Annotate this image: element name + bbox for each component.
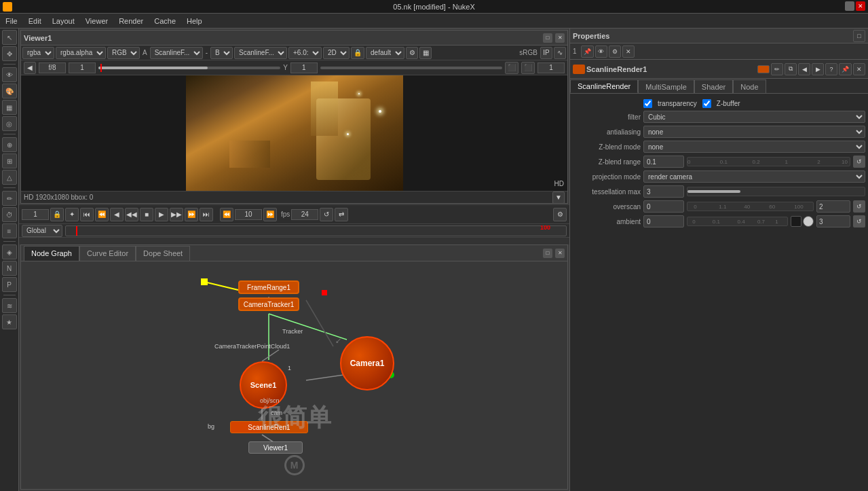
step-forward-button[interactable]: ▶▶ — [170, 208, 183, 221]
next-keyframe-button[interactable]: ⏩ — [185, 208, 198, 221]
first-frame-button[interactable]: ⏮ — [80, 208, 94, 221]
scanline-nav2-btn[interactable]: ▶ — [812, 63, 824, 75]
frame-number[interactable] — [69, 62, 96, 73]
prev-frame-button[interactable]: ◀ — [24, 62, 36, 74]
stop-button[interactable]: ■ — [140, 208, 153, 221]
antialiasing-select[interactable]: none — [643, 126, 865, 138]
tool-other[interactable]: ◈ — [2, 244, 17, 259]
zblend-reset-button[interactable]: ↺ — [853, 156, 865, 168]
tessellation-input[interactable] — [643, 185, 684, 198]
props-settings-button[interactable]: ⚙ — [609, 46, 621, 58]
tessellation-slider[interactable] — [687, 187, 865, 196]
tool-color[interactable]: 🎨 — [2, 84, 17, 98]
view-mode-select[interactable]: 2D — [323, 47, 350, 59]
play-back-button[interactable]: ◀◀ — [125, 208, 138, 221]
tab-node-graph[interactable]: Node Graph — [24, 246, 79, 261]
filter-select[interactable]: Cubic — [643, 111, 865, 123]
loop-button[interactable]: ↺ — [320, 208, 333, 221]
overscan-reset-button[interactable]: ↺ — [853, 200, 865, 213]
tab-shader[interactable]: Shader — [694, 79, 733, 93]
menu-help[interactable]: Help — [181, 14, 208, 29]
props-eye-button[interactable]: 👁 — [595, 46, 607, 58]
exposure-select[interactable]: +6.0: — [288, 47, 322, 59]
node-viewer1[interactable]: Viewer1 — [248, 441, 303, 454]
tab-node[interactable]: Node — [733, 79, 766, 93]
tool-merge[interactable]: ⊕ — [2, 137, 17, 152]
tool-arrow[interactable]: ↖ — [2, 30, 17, 45]
menu-file[interactable]: File — [0, 14, 23, 29]
menu-viewer[interactable]: Viewer — [80, 14, 113, 29]
lut-select[interactable]: default — [366, 47, 404, 59]
tool-3d[interactable]: △ — [2, 170, 17, 185]
scanline-color-btn[interactable] — [757, 65, 770, 73]
input-b-select[interactable]: B — [210, 47, 233, 59]
fps-input[interactable] — [291, 209, 318, 220]
node-canvas[interactable]: FrameRange1 CameraTracker1 Tracker Camer… — [21, 261, 567, 489]
node-scanline-render[interactable]: ScanlineRen1 — [230, 421, 308, 433]
tool-viewer[interactable]: 👁 — [2, 67, 17, 82]
overscan-slider[interactable]: 0 1.1 40 60 100 — [687, 202, 814, 211]
proxy2-button[interactable]: ⬛ — [521, 62, 535, 74]
proxy-button[interactable]: ⬛ — [505, 62, 518, 74]
last-frame-button[interactable]: ⏭ — [200, 208, 213, 221]
tab-multisample[interactable]: MultiSample — [638, 79, 694, 93]
prev-keyframe-button[interactable]: ⏪ — [95, 208, 109, 221]
tool-move[interactable]: ✥ — [2, 46, 17, 61]
ip-button[interactable]: IP — [540, 47, 552, 59]
props-float-button[interactable]: □ — [853, 30, 865, 42]
node-framerange1[interactable]: FrameRange1 — [238, 280, 299, 294]
tool-filter[interactable]: ▦ — [2, 100, 17, 115]
lock-button[interactable]: 🔒 — [351, 47, 364, 59]
timeline-ruler[interactable]: 10 20 30 40 50 60 70 80 — [19, 238, 569, 244]
node-panel-float[interactable]: □ — [543, 249, 552, 258]
menu-layout[interactable]: Layout — [47, 14, 80, 29]
snap-button[interactable]: ✦ — [65, 208, 79, 221]
scanline-pin2-btn[interactable]: 📌 — [839, 63, 852, 75]
tool-keyer[interactable]: ◎ — [2, 116, 17, 131]
menu-cache[interactable]: Cache — [149, 14, 181, 29]
loop-back-button[interactable]: ⏪ — [220, 208, 233, 221]
ambient-color-picker[interactable] — [803, 216, 814, 227]
zbuffer-checkbox[interactable] — [702, 99, 711, 108]
ambient-reset-button[interactable]: ↺ — [853, 215, 865, 228]
step-back-button[interactable]: ◀ — [110, 208, 124, 221]
frame-field2[interactable] — [537, 62, 565, 73]
channel-select[interactable]: rgba — [22, 47, 54, 59]
props-close-button[interactable]: ✕ — [622, 46, 635, 58]
menu-edit[interactable]: Edit — [23, 14, 47, 29]
menu-render[interactable]: Render — [113, 14, 149, 29]
node-panel-close[interactable]: ✕ — [555, 249, 565, 258]
play-forward-button[interactable]: ▶ — [155, 208, 168, 221]
scanline-copy-btn[interactable]: ⧉ — [785, 63, 797, 75]
close-button[interactable]: ✕ — [856, 1, 865, 11]
zblend-slider[interactable]: 0 0.1 0.2 1 2 10 — [687, 157, 850, 166]
loop-forward-button[interactable]: ⏩ — [263, 208, 277, 221]
zblend-mode-select[interactable]: none — [643, 141, 865, 153]
scanline-help-btn[interactable]: ? — [825, 63, 837, 75]
tool-draw[interactable]: ✏ — [2, 191, 17, 206]
ambient-input[interactable] — [643, 215, 684, 228]
tool-channel[interactable]: ≡ — [2, 223, 17, 238]
props-pin-button[interactable]: 📌 — [581, 46, 594, 58]
scanline-nav1-btn[interactable]: ◀ — [798, 63, 810, 75]
overscan-input[interactable] — [643, 200, 684, 213]
tool-time[interactable]: ⏱ — [2, 207, 17, 222]
scanline-b-select[interactable]: ScanlineF... — [234, 47, 287, 59]
tool-fx[interactable]: ★ — [2, 314, 17, 329]
lock-playback-button[interactable]: 🔒 — [50, 208, 64, 221]
scanline-close2-btn[interactable]: ✕ — [853, 63, 865, 75]
scanline-edit-btn[interactable]: ✏ — [771, 63, 783, 75]
bounce-button[interactable]: ⇄ — [335, 208, 348, 221]
node-cameratracker1[interactable]: CameraTracker1 — [238, 297, 299, 311]
projection-mode-select[interactable]: render camera — [643, 170, 865, 183]
grid-button[interactable]: ▦ — [419, 47, 432, 59]
tab-scanlinerender[interactable]: ScanlineRender — [570, 79, 638, 93]
input-a-select[interactable]: ScanlineF... — [150, 47, 203, 59]
viewer-close-button[interactable]: ✕ — [555, 33, 565, 43]
overscan-num[interactable] — [816, 200, 850, 213]
transparency-checkbox[interactable] — [643, 99, 652, 108]
playback-settings[interactable]: ⚙ — [553, 208, 567, 221]
tab-dope-sheet[interactable]: Dope Sheet — [136, 246, 190, 261]
tool-transform[interactable]: ⊞ — [2, 153, 17, 168]
viewer-float-button[interactable]: □ — [543, 33, 552, 43]
